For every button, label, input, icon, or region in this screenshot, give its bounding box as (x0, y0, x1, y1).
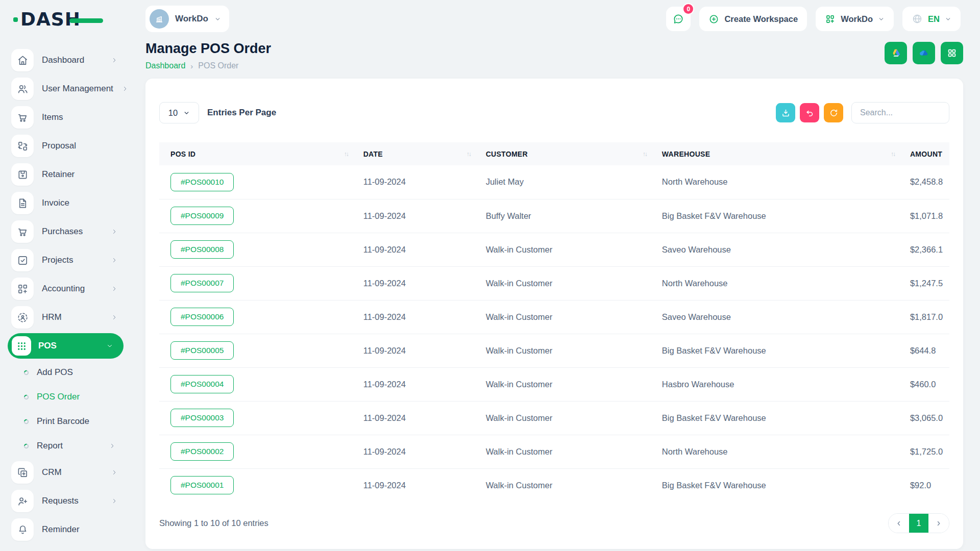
warehouse-cell: Hasbro Warehouse (651, 367, 899, 401)
google-drive-button[interactable] (885, 42, 907, 64)
column-header-customer[interactable]: CUSTOMER↑↓ (475, 142, 651, 165)
table-wrap: POS ID↑↓DATE↑↓CUSTOMER↑↓WAREHOUSE↑↓AMOUN… (159, 142, 949, 502)
customer-cell: Walk-in Customer (475, 266, 651, 300)
sidebar-item-crm[interactable]: CRM (0, 458, 131, 487)
person-scan-icon (11, 306, 34, 329)
sidebar-item-requests[interactable]: Requests (0, 487, 131, 515)
sort-icon[interactable]: ↑↓ (643, 151, 647, 158)
pos-id-badge[interactable]: #POS00008 (170, 240, 234, 259)
pos-id-badge[interactable]: #POS00001 (170, 476, 234, 494)
column-header-warehouse[interactable]: WAREHOUSE↑↓ (651, 142, 899, 165)
pos-id-badge[interactable]: #POS00003 (170, 409, 234, 427)
grid-icon (946, 47, 958, 59)
topbar: WorkDo 0 Create Workspace (131, 0, 980, 38)
sidebar-item-print-barcode[interactable]: Print Barcode (0, 409, 131, 434)
column-header-amount[interactable]: AMOUNT (899, 142, 949, 165)
sidebar-item-invoice[interactable]: Invoice (0, 189, 131, 217)
warehouse-cell: North Warehouse (651, 435, 899, 468)
brand-logo[interactable]: DASH (20, 9, 81, 30)
date-cell: 11-09-2024 (352, 468, 475, 502)
customer-cell: Walk-in Customer (475, 300, 651, 334)
chevron-right-icon (111, 497, 118, 505)
pos-id-badge[interactable]: #POS00009 (170, 207, 234, 225)
warehouse-cell: Big Basket F&V Warehouse (651, 334, 899, 367)
refresh-button[interactable] (824, 103, 843, 122)
pos-id-badge[interactable]: #POS00010 (170, 173, 234, 191)
download-icon (781, 108, 791, 118)
sidebar-item-pos-order[interactable]: POS Order (0, 385, 131, 409)
sort-icon[interactable]: ↑↓ (344, 151, 348, 158)
customer-cell: Walk-in Customer (475, 334, 651, 367)
date-cell: 11-09-2024 (352, 334, 475, 367)
pos-order-card: 10 Entries Per Page (145, 79, 963, 549)
warehouse-cell: Big Basket F&V Warehouse (651, 401, 899, 435)
table-row: #POS00002 11-09-2024 Walk-in Customer No… (159, 435, 949, 468)
sidebar-item-proposal[interactable]: Proposal (0, 132, 131, 160)
sidebar-item-hrm[interactable]: HRM (0, 303, 131, 332)
chevron-down-icon (106, 342, 113, 349)
workspace-selector[interactable]: WorkDo (145, 6, 229, 32)
chat-icon (672, 13, 684, 25)
export-download-button[interactable] (776, 103, 795, 122)
customer-cell: Walk-in Customer (475, 435, 651, 468)
sidebar-item-add-pos[interactable]: Add POS (0, 360, 131, 385)
cart-icon (11, 106, 34, 129)
sidebar-item-report[interactable]: Report (0, 434, 131, 458)
sidebar-item-pos[interactable]: POS (8, 333, 124, 359)
messages-button[interactable]: 0 (666, 7, 691, 31)
sidebar-item-reminder[interactable]: Reminder (0, 515, 131, 544)
next-page-button[interactable] (928, 514, 949, 533)
sidebar-item-items[interactable]: Items (0, 103, 131, 132)
sidebar-nav: Dashboard User Management Items Proposal… (0, 38, 131, 544)
amount-cell: $2,366.1 (899, 233, 949, 266)
chevron-down-icon (878, 16, 885, 22)
sidebar-item-projects[interactable]: Projects (0, 246, 131, 274)
bell-icon (11, 518, 34, 541)
warehouse-cell: Saveo Warehouse (651, 233, 899, 266)
undo-icon (805, 108, 815, 118)
bullet-icon (23, 394, 29, 400)
grid-dots-icon (12, 336, 31, 356)
create-workspace-button[interactable]: Create Workspace (699, 7, 807, 31)
amount-cell: $2,458.8 (899, 165, 949, 199)
logo-row: DASH (0, 0, 131, 38)
customer-cell: Walk-in Customer (475, 367, 651, 401)
globe-icon (912, 13, 923, 24)
grid-view-button[interactable] (941, 42, 963, 64)
sidebar-item-retainer[interactable]: Retainer (0, 160, 131, 189)
pos-id-badge[interactable]: #POS00005 (170, 341, 234, 360)
onedrive-button[interactable] (913, 42, 935, 64)
column-header-date[interactable]: DATE↑↓ (352, 142, 475, 165)
amount-cell: $3,065.0 (899, 401, 949, 435)
page-number-current[interactable]: 1 (909, 514, 928, 533)
pos-id-badge[interactable]: #POS00007 (170, 274, 234, 292)
workspace-menu[interactable]: WorkDo (816, 7, 894, 31)
entries-per-page-select[interactable]: 10 (159, 102, 199, 123)
pos-id-badge[interactable]: #POS00004 (170, 375, 234, 393)
chevron-right-icon (111, 228, 118, 235)
sidebar-item-user-management[interactable]: User Management (0, 74, 131, 103)
previous-page-button[interactable] (889, 514, 909, 533)
date-cell: 11-09-2024 (352, 233, 475, 266)
reset-filter-button[interactable] (800, 103, 819, 122)
sidebar-item-purchases[interactable]: Purchases (0, 217, 131, 246)
main-column: WorkDo 0 Create Workspace (131, 0, 980, 551)
file-icon (11, 192, 34, 214)
onedrive-icon (918, 47, 929, 59)
pos-id-badge[interactable]: #POS00006 (170, 308, 234, 326)
table-row: #POS00007 11-09-2024 Walk-in Customer No… (159, 266, 949, 300)
sort-icon[interactable]: ↑↓ (467, 151, 471, 158)
sort-icon[interactable]: ↑↓ (891, 151, 895, 158)
breadcrumb-dashboard-link[interactable]: Dashboard (145, 61, 185, 70)
chevron-right-icon (111, 57, 118, 64)
integration-buttons (885, 42, 963, 64)
column-header-pos-id[interactable]: POS ID↑↓ (159, 142, 352, 165)
pos-id-badge[interactable]: #POS00002 (170, 442, 234, 461)
chevron-right-icon (111, 257, 118, 264)
sidebar-item-accounting[interactable]: Accounting (0, 274, 131, 303)
chevron-right-icon (111, 314, 118, 321)
search-input[interactable] (851, 102, 949, 123)
check-square-icon (11, 249, 34, 271)
language-selector[interactable]: EN (902, 7, 961, 31)
sidebar-item-dashboard[interactable]: Dashboard (0, 46, 131, 74)
